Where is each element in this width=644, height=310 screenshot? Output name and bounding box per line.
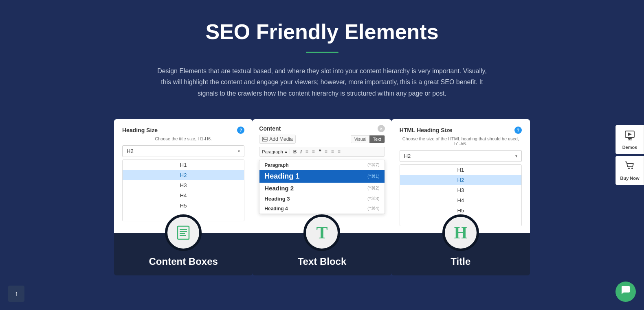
- dropdown-item-h4[interactable]: H4: [123, 190, 244, 201]
- dropdown-item-h2-selected[interactable]: H2: [123, 170, 244, 180]
- dropdown-heading3[interactable]: Heading 3 (^⌘3): [259, 194, 384, 204]
- card-label-title: Title: [451, 256, 470, 267]
- svg-marker-11: [628, 133, 632, 136]
- svg-rect-5: [262, 137, 267, 141]
- help-icon-content-boxes[interactable]: ?: [237, 127, 244, 134]
- title-dropdown-item-h3[interactable]: H3: [400, 185, 521, 195]
- svg-point-12: [628, 168, 630, 169]
- heading3-item-name: Heading 3: [264, 196, 290, 202]
- visual-tab[interactable]: Visual: [351, 135, 370, 143]
- card-footer-content-boxes: Content Boxes: [114, 233, 253, 275]
- card-label-content-boxes: Content Boxes: [149, 256, 218, 267]
- card-title-content-boxes: Heading Size: [122, 127, 158, 133]
- card-header-title: HTML Heading Size ?: [400, 127, 522, 134]
- dropdown-heading2[interactable]: Heading 2 (^⌘2): [259, 183, 384, 194]
- paragraph-dropdown-menu: Paragraph (^⌘7) Heading 1 (^⌘1) Heading …: [259, 160, 385, 214]
- title-divider: [306, 52, 338, 53]
- heading4-item-name: Heading 4: [264, 206, 288, 212]
- scroll-top-icon: ↑: [15, 290, 18, 297]
- card-header-text-block: Content ×: [259, 125, 385, 132]
- chat-icon: [620, 285, 631, 298]
- editor-view-tabs: Visual Text: [351, 135, 385, 143]
- paragraph-label: Paragraph: [262, 149, 283, 154]
- editor-format-bar: Paragraph ▲ B I ≡ ≡ ❝ ≡ ≡ ≡: [259, 147, 385, 157]
- paragraph-item-name: Paragraph: [264, 162, 288, 168]
- paragraph-shortcut: (^⌘7): [367, 162, 380, 168]
- card-footer-text-block: T Text Block: [253, 233, 391, 275]
- heading3-shortcut: (^⌘3): [367, 196, 380, 201]
- card-icon-circle-title: H: [442, 214, 479, 251]
- help-icon-title[interactable]: ?: [514, 127, 522, 134]
- card-label-text-block: Text Block: [298, 256, 347, 267]
- dropdown-item-h3[interactable]: H3: [123, 180, 244, 190]
- card-select-title[interactable]: H2 ▾: [400, 150, 522, 162]
- ol-btn[interactable]: ≡: [311, 148, 316, 155]
- card-title-title: HTML Heading Size: [400, 127, 453, 133]
- card-select-content-boxes[interactable]: H2 ▾: [122, 145, 244, 157]
- demos-svg-icon: [624, 129, 635, 141]
- page-description: Design Elements that are textual based, …: [155, 65, 489, 99]
- add-media-label: Add Media: [269, 136, 292, 142]
- cart-icon: [624, 160, 635, 174]
- dropdown-paragraph[interactable]: Paragraph (^⌘7): [259, 160, 384, 170]
- text-block-t-icon: T: [316, 223, 327, 242]
- heading1-item-name: Heading 1: [264, 172, 299, 181]
- dropdown-item-h1[interactable]: H1: [123, 160, 244, 170]
- select-arrow-content-boxes: ▾: [238, 149, 240, 153]
- chat-svg-icon: [620, 285, 631, 296]
- svg-point-13: [631, 168, 633, 169]
- cards-row: Heading Size ? Choose the title size, H1…: [81, 119, 563, 275]
- heading2-shortcut: (^⌘2): [367, 186, 380, 191]
- buy-now-button[interactable]: Buy Now: [615, 156, 644, 185]
- card-title: HTML Heading Size ? Choose the size of t…: [391, 119, 530, 275]
- demos-label: Demos: [622, 145, 637, 150]
- title-dropdown-item-h1[interactable]: H1: [400, 165, 521, 175]
- buy-now-label: Buy Now: [620, 176, 639, 181]
- dropdown-heading1[interactable]: Heading 1 (^⌘1): [259, 170, 384, 183]
- card-content-boxes: Heading Size ? Choose the title size, H1…: [114, 119, 253, 275]
- card-header-content-boxes: Heading Size ?: [122, 127, 244, 134]
- select-arrow-title: ▾: [515, 154, 517, 158]
- italic-btn[interactable]: I: [299, 148, 303, 155]
- dropdown-item-h5[interactable]: H5: [123, 201, 244, 211]
- image-icon: [262, 137, 268, 142]
- editor-toolbar: Add Media Visual Text: [259, 135, 385, 144]
- paragraph-select[interactable]: Paragraph ▲: [262, 149, 290, 154]
- align-right-btn[interactable]: ≡: [336, 148, 342, 155]
- content-box-svg-icon: [175, 225, 191, 241]
- main-container: SEO Friendly Elements Design Elements th…: [0, 0, 644, 275]
- svg-rect-0: [178, 226, 189, 239]
- heading1-shortcut: (^⌘1): [367, 174, 380, 179]
- bold-btn[interactable]: B: [292, 148, 298, 155]
- select-value-content-boxes: H2: [127, 148, 134, 154]
- cart-svg-icon: [624, 160, 635, 172]
- title-h-icon: H: [454, 223, 467, 242]
- ul-btn[interactable]: ≡: [304, 148, 310, 155]
- paragraph-arrow: ▲: [284, 150, 288, 154]
- heading2-item-name: Heading 2: [264, 185, 294, 192]
- card-subtitle-content-boxes: Choose the title size, H1-H6.: [122, 136, 244, 141]
- help-icon-text-block[interactable]: ×: [378, 125, 385, 132]
- side-buttons: Demos Buy Now: [615, 125, 644, 185]
- card-title-text-block: Content: [259, 125, 281, 132]
- add-media-button[interactable]: Add Media: [259, 135, 295, 144]
- scroll-top-button[interactable]: ↑: [8, 286, 24, 302]
- title-dropdown-item-h2-selected[interactable]: H2: [400, 175, 521, 185]
- card-footer-title: H Title: [391, 233, 530, 275]
- page-title: SEO Friendly Elements: [81, 20, 563, 44]
- chat-button[interactable]: [615, 282, 636, 302]
- title-dropdown-item-h4[interactable]: H4: [400, 195, 521, 205]
- svg-rect-8: [628, 138, 632, 139]
- quote-btn[interactable]: ❝: [317, 148, 322, 155]
- demos-icon: [624, 129, 635, 143]
- heading4-shortcut: (^⌘4): [367, 206, 380, 211]
- card-icon-circle-text-block: T: [303, 214, 340, 251]
- align-left-btn[interactable]: ≡: [323, 148, 329, 155]
- align-center-btn[interactable]: ≡: [330, 148, 335, 155]
- text-tab[interactable]: Text: [369, 135, 384, 143]
- card-subtitle-title: Choose the size of the HTML heading that…: [400, 136, 522, 146]
- card-icon-circle-content-boxes: [165, 214, 202, 251]
- dropdown-heading4[interactable]: Heading 4 (^⌘4): [259, 204, 384, 214]
- demos-button[interactable]: Demos: [615, 125, 644, 154]
- card-text-block: Content × Add Media: [253, 119, 391, 275]
